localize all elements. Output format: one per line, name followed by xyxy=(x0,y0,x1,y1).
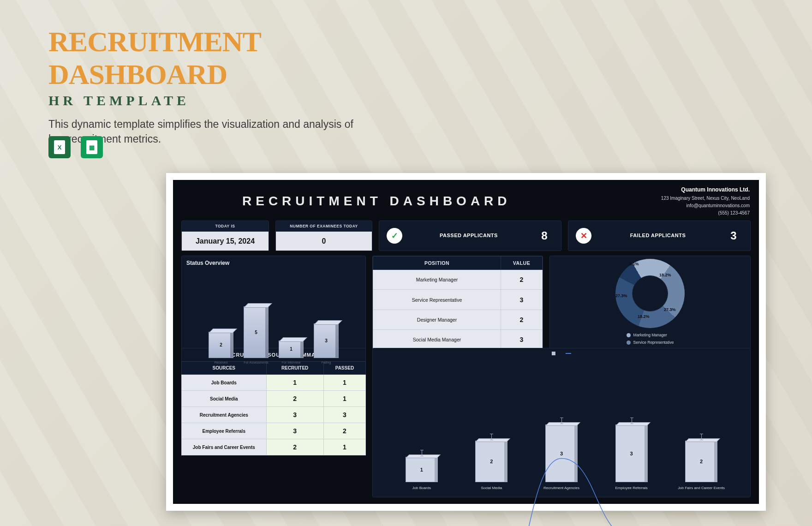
dashboard: RECRUITMENT DASHBOARD Quantum Innovation… xyxy=(173,180,759,504)
table-row: Marketing Manager2 xyxy=(373,270,543,290)
status-bar: 3Failing xyxy=(314,323,339,358)
page-subtitle: HR TEMPLATE xyxy=(48,93,427,108)
company-name: Quantum Innovations Ltd. xyxy=(661,185,750,194)
mid-row: Status Overview 2Received5For Assessment… xyxy=(181,256,751,343)
today-value: January 15, 2024 xyxy=(182,232,269,251)
table-row: Social Media Manager3 xyxy=(373,330,543,350)
table-row: Designer Manager2 xyxy=(373,310,543,329)
table-row: Employee Referrals32 xyxy=(182,423,366,439)
stats-row: TODAY IS January 15, 2024 NUMBER OF EXAM… xyxy=(181,221,751,251)
failed-card: ✕ FAILED APPLICANTS 3 xyxy=(568,221,751,251)
company-email: info@quantuminnovations.com xyxy=(661,202,750,209)
table-row: Service Representative3 xyxy=(373,290,543,310)
status-bar: 2Received xyxy=(209,332,233,358)
excel-icon[interactable]: X xyxy=(48,136,71,158)
passed-card: ✓ PASSED APPLICANTS 8 xyxy=(379,221,561,251)
positions-header-value: VALUE xyxy=(501,257,543,270)
donut-pct-label: 27.3% xyxy=(664,307,676,312)
company-address: 123 Imaginary Street, Nexus City, NeoLan… xyxy=(661,195,750,202)
failed-value: 3 xyxy=(724,229,743,242)
donut-pct-label: 27.3% xyxy=(615,293,627,298)
positions-donut-chart: 18.2%27.3%18.2%27.3%9.1% xyxy=(615,259,685,328)
combo-bar: 2Social Media xyxy=(475,441,508,482)
bottom-row: RECRUITMENT SOURCE SUMMARY SOURCES RECRU… xyxy=(181,348,751,497)
table-row: Recruitment Agencies33 xyxy=(182,407,366,423)
status-overview-title: Status Overview xyxy=(186,260,361,268)
combo-legend xyxy=(552,351,571,355)
status-overview-panel: Status Overview 2Received5For Assessment… xyxy=(181,256,366,371)
combo-bar: 3Employee Referrals xyxy=(615,424,648,482)
combo-bar: 1Job Boards xyxy=(406,457,438,482)
google-sheets-icon[interactable]: ▦ xyxy=(81,136,103,158)
donut-pct-label: 18.2% xyxy=(659,273,671,277)
dashboard-frame: RECRUITMENT DASHBOARD Quantum Innovation… xyxy=(166,173,766,511)
donut-pct-label: 18.2% xyxy=(638,314,650,319)
combo-bars: 1Job Boards2Social Media3Recruitment Age… xyxy=(387,362,736,482)
table-row: Job Fairs and Career Events21 xyxy=(182,439,366,455)
page-header: RECRUITMENT DASHBOARD HR TEMPLATE This d… xyxy=(48,25,427,146)
company-block: Quantum Innovations Ltd. 123 Imaginary S… xyxy=(661,185,750,216)
company-phone: (555) 123-4567 xyxy=(661,209,750,217)
examinees-label: NUMBER OF EXAMINEES TODAY xyxy=(276,221,372,232)
positions-header-position: POSITION xyxy=(373,257,501,270)
status-bar: 5For Assessments xyxy=(244,306,269,358)
sources-table: SOURCES RECRUITED PASSED Job Boards11Soc… xyxy=(181,361,366,455)
page-title: RECRUITMENT DASHBOARD xyxy=(48,25,427,91)
donut-pct-label: 9.1% xyxy=(629,262,639,266)
passed-value: 8 xyxy=(535,229,554,242)
dashboard-header: RECRUITMENT DASHBOARD Quantum Innovation… xyxy=(181,185,751,216)
examinees-value: 0 xyxy=(276,232,372,251)
status-bar: 1For Interview xyxy=(279,341,304,358)
today-card: TODAY IS January 15, 2024 xyxy=(181,221,269,251)
passed-label: PASSED APPLICANTS xyxy=(409,233,529,239)
combo-bar: 3Recruitment Agencies xyxy=(545,424,578,482)
examinees-card: NUMBER OF EXAMINEES TODAY 0 xyxy=(275,221,372,251)
failed-label: FAILED APPLICANTS xyxy=(598,233,718,239)
legend-item: Marketing Manager xyxy=(627,333,674,337)
status-bar-chart: 2Received5For Assessments1For Interview3… xyxy=(186,268,361,366)
legend-item: Service Representative xyxy=(627,340,674,345)
cross-icon: ✕ xyxy=(576,228,591,244)
today-label: TODAY IS xyxy=(182,221,269,232)
sources-panel: RECRUITMENT SOURCE SUMMARY SOURCES RECRU… xyxy=(181,348,366,497)
table-row: Job Boards11 xyxy=(182,375,366,391)
format-icons-row: X ▦ xyxy=(48,136,103,158)
dashboard-title: RECRUITMENT DASHBOARD xyxy=(242,194,511,209)
combo-chart-panel: 1Job Boards2Social Media3Recruitment Age… xyxy=(372,348,751,497)
table-row: Social Media21 xyxy=(182,391,366,407)
check-icon: ✓ xyxy=(387,228,402,244)
combo-bar: 2Job Fairs and Career Events xyxy=(685,441,717,482)
